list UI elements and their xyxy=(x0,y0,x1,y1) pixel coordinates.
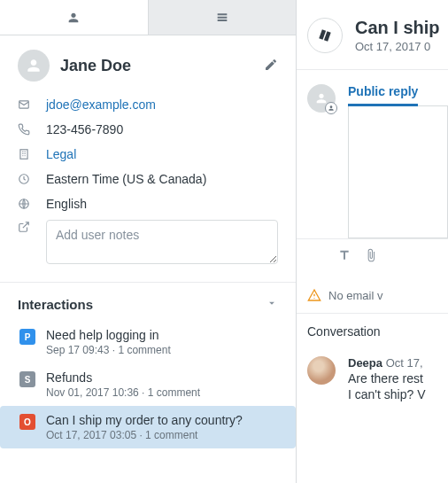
detail-email[interactable]: jdoe@example.com xyxy=(18,92,278,117)
tab-user[interactable] xyxy=(0,0,149,35)
timezone-value: Eastern Time (US & Canada) xyxy=(46,172,278,186)
user-name: Jane Doe xyxy=(60,57,264,75)
warning-banner: No email v xyxy=(297,277,448,314)
person-icon xyxy=(25,57,42,74)
thread-header: Can I ship Oct 17, 2017 0 xyxy=(297,0,448,70)
interactions-list: P Need help logging in Sep 17 09:43 · 1 … xyxy=(0,321,296,448)
interaction-item[interactable]: O Can I ship my order to any country? Oc… xyxy=(0,406,296,448)
reply-composer: Public reply xyxy=(297,70,448,239)
attach-file-button[interactable] xyxy=(364,248,378,265)
format-text-button[interactable] xyxy=(337,248,351,265)
list-icon xyxy=(215,11,229,25)
detail-language: English xyxy=(18,191,278,216)
left-panel: Jane Doe jdoe@example.com 123-456-7890 L… xyxy=(0,0,297,483)
interaction-meta: Oct 17, 2017 03:05 · 1 comment xyxy=(46,429,276,441)
agent-avatar xyxy=(307,84,336,113)
conversation-label: Conversation xyxy=(297,314,448,349)
phone-icon xyxy=(18,122,32,136)
external-link-icon xyxy=(18,220,32,234)
building-icon xyxy=(18,147,32,161)
right-panel: Can I ship Oct 17, 2017 0 Public reply N… xyxy=(297,0,448,483)
email-value: jdoe@example.com xyxy=(46,97,278,112)
presence-badge xyxy=(325,102,337,114)
pencil-icon xyxy=(264,58,278,72)
warning-icon xyxy=(307,288,321,302)
thread-title: Can I ship xyxy=(355,18,440,38)
message-line: Are there rest xyxy=(348,371,448,386)
status-badge: P xyxy=(19,329,35,345)
phone-value: 123-456-7890 xyxy=(46,122,278,136)
interaction-title: Refunds xyxy=(46,370,276,385)
interaction-title: Can I ship my order to any country? xyxy=(46,413,276,427)
clock-icon xyxy=(18,172,32,186)
org-value: Legal xyxy=(46,147,278,161)
edit-profile-button[interactable] xyxy=(264,58,278,74)
language-value: English xyxy=(46,197,278,211)
detail-org[interactable]: Legal xyxy=(18,142,278,167)
message-avatar xyxy=(307,356,336,385)
message-line: I can't ship? V xyxy=(348,387,448,401)
reply-tab-public[interactable]: Public reply xyxy=(348,84,418,106)
status-badge: O xyxy=(19,414,35,430)
thread-subtitle: Oct 17, 2017 0 xyxy=(355,40,440,53)
interaction-meta: Nov 01, 2017 10:36 · 1 comment xyxy=(46,386,276,399)
interactions-header[interactable]: Interactions xyxy=(0,282,296,321)
profile-details: jdoe@example.com 123-456-7890 Legal East… xyxy=(0,89,296,282)
thread-channel-icon xyxy=(307,18,343,53)
detail-phone: 123-456-7890 xyxy=(18,117,278,142)
detail-notes xyxy=(18,216,278,271)
warning-text: No email v xyxy=(328,289,382,302)
user-avatar xyxy=(18,50,50,82)
message-time: Oct 17, xyxy=(386,356,423,370)
user-notes-input[interactable] xyxy=(46,220,278,264)
reply-toolbar xyxy=(297,239,448,277)
user-icon xyxy=(66,11,81,25)
svg-rect-1 xyxy=(20,150,27,160)
interaction-item[interactable]: S Refunds Nov 01, 2017 10:36 · 1 comment xyxy=(16,363,280,406)
tab-org[interactable] xyxy=(149,0,297,35)
status-badge: S xyxy=(19,371,35,387)
profile-tabs xyxy=(0,0,296,35)
reply-textarea[interactable] xyxy=(348,105,448,238)
interaction-title: Need help logging in xyxy=(46,328,276,342)
profile-header: Jane Doe xyxy=(0,35,296,89)
interactions-title: Interactions xyxy=(18,297,266,312)
globe-icon xyxy=(18,197,32,211)
message-item: Deepa Oct 17, Are there rest I can't shi… xyxy=(297,349,448,401)
chevron-down-icon xyxy=(266,297,278,312)
message-author: Deepa xyxy=(348,356,382,370)
interaction-item[interactable]: P Need help logging in Sep 17 09:43 · 1 … xyxy=(16,321,280,363)
interaction-meta: Sep 17 09:43 · 1 comment xyxy=(46,344,276,356)
mail-icon xyxy=(18,97,32,112)
detail-timezone: Eastern Time (US & Canada) xyxy=(18,167,278,191)
